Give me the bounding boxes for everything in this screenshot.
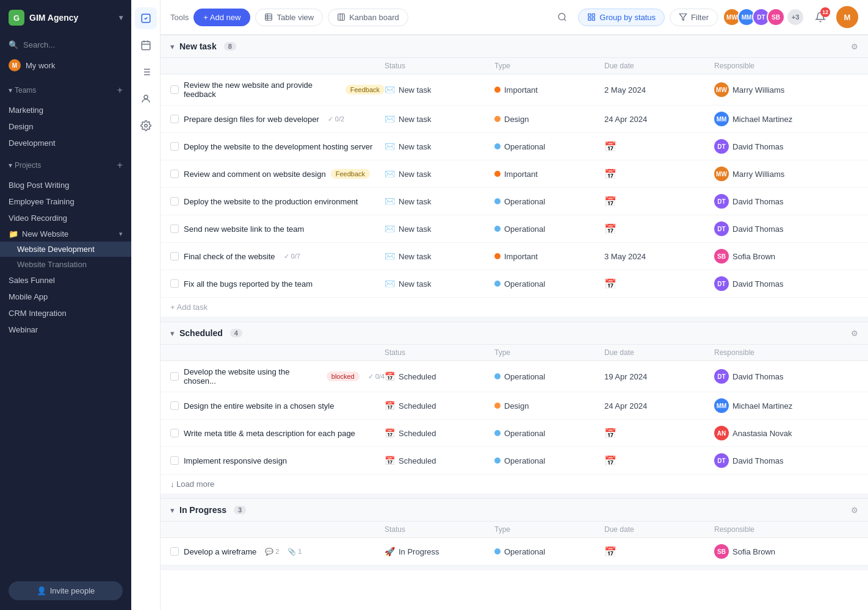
table-view-button[interactable]: Table view (255, 9, 323, 26)
sidebar-item-design[interactable]: Design (0, 118, 131, 135)
sidebar-item-development[interactable]: Development (0, 135, 131, 151)
sidebar-item-employee-training[interactable]: Employee Training (0, 193, 131, 210)
task-row[interactable]: Design the entire website in a chosen st… (161, 392, 868, 420)
kanban-board-label: Kanban board (349, 13, 399, 22)
load-more-row[interactable]: ↓ Load more (161, 475, 868, 493)
task-checkbox[interactable] (170, 429, 179, 437)
calendar-icon: 📅 (604, 141, 617, 152)
task-checkbox[interactable] (170, 197, 179, 206)
task-responsible: DTDavid Thomas (714, 276, 836, 291)
task-row[interactable]: Final check of the website✓ 0/7 ✉️New ta… (161, 243, 868, 270)
type-dot (494, 281, 501, 287)
sidebar-sub-item-website-translation[interactable]: Website Translation (0, 257, 131, 272)
sidebar-teams-section: Teams + (0, 79, 131, 102)
section-settings-icon[interactable]: ⚙ (851, 506, 858, 515)
sidebar-teams-header[interactable]: Teams + (9, 82, 123, 98)
sidebar-item-video-recording[interactable]: Video Recording (0, 210, 131, 226)
task-name-text: Write meta title & meta description for … (184, 429, 355, 438)
col-type: Type (494, 525, 604, 534)
chevron-down-icon: ▾ (119, 230, 123, 238)
nav-user-icon[interactable] (135, 88, 157, 110)
sidebar-item-webinar[interactable]: Webinar (0, 321, 131, 338)
task-checkbox[interactable] (170, 115, 179, 123)
search-button[interactable] (551, 6, 573, 28)
task-checkbox[interactable] (170, 547, 179, 556)
app-dropdown-icon[interactable]: ▾ (119, 13, 123, 22)
sidebar-search[interactable]: 🔍 Search... (0, 35, 131, 54)
svg-marker-26 (679, 14, 687, 21)
section-toggle-new-task[interactable] (170, 42, 175, 51)
sidebar-item-blog-post-writing[interactable]: Blog Post Writing (0, 177, 131, 193)
task-row[interactable]: Develop a wireframe💬2📎1 🚀In Progress Ope… (161, 538, 868, 565)
add-new-button[interactable]: + Add new (193, 9, 250, 26)
task-row[interactable]: Develop the website using the chosen...b… (161, 361, 868, 392)
task-row[interactable]: Send new website link to the team ✉️New … (161, 215, 868, 243)
invite-people-button[interactable]: 👤 Invite people (9, 581, 123, 600)
sidebar-item-mobile-app[interactable]: Mobile App (0, 289, 131, 305)
task-row[interactable]: Implement responsive design 📅Scheduled O… (161, 447, 868, 475)
task-row[interactable]: Write meta title & meta description for … (161, 420, 868, 447)
teams-add-icon[interactable]: + (117, 85, 123, 96)
sidebar-item-marketing[interactable]: Marketing (0, 102, 131, 118)
section-settings-icon[interactable]: ⚙ (851, 42, 858, 51)
sidebar: G GIM Agency ▾ 🔍 Search... M My work Tea… (0, 0, 131, 610)
notification-button[interactable]: 12 (809, 6, 831, 28)
type-dot (494, 253, 501, 259)
sidebar-item-crm-integration[interactable]: CRM Integration (0, 305, 131, 321)
responsible-name: David Thomas (732, 224, 784, 234)
app-header[interactable]: G GIM Agency ▾ (0, 0, 131, 35)
sidebar-projects-header[interactable]: Projects + (9, 157, 123, 173)
task-row[interactable]: Deploy the website to the production env… (161, 188, 868, 215)
col-due: Due date (604, 525, 714, 534)
task-row[interactable]: Review the new website and provide feedb… (161, 74, 868, 106)
sidebar-sub-item-website-development[interactable]: Website Development (0, 242, 131, 257)
avatar-sb[interactable]: SB (767, 8, 785, 26)
section-toggle-in-progress[interactable] (170, 506, 175, 515)
task-checkbox[interactable] (170, 279, 179, 288)
col-task-name (170, 62, 385, 70)
nav-tasks-icon[interactable] (135, 7, 157, 29)
status-text: Scheduled (399, 429, 436, 438)
task-row[interactable]: Fix all the bugs reported by the team ✉️… (161, 270, 868, 298)
task-type: Operational (494, 142, 604, 151)
task-checkbox[interactable] (170, 401, 179, 410)
user-avatar[interactable]: M (836, 6, 858, 28)
nav-calendar-icon[interactable] (135, 34, 157, 56)
task-row[interactable]: Review and comment on website designFeed… (161, 160, 868, 188)
nav-settings-icon[interactable] (135, 115, 157, 137)
task-checkbox[interactable] (170, 142, 179, 151)
calendar-icon: 📅 (604, 455, 617, 467)
sidebar-teams-label: Teams (9, 86, 36, 95)
task-checkbox[interactable] (170, 170, 179, 178)
sidebar-my-work[interactable]: M My work (0, 54, 131, 76)
section-toggle-scheduled[interactable] (170, 329, 175, 338)
task-row[interactable]: Prepare design files for web developer✓ … (161, 106, 868, 133)
section-settings-icon[interactable]: ⚙ (851, 329, 858, 338)
app-logo: G (9, 10, 24, 26)
task-checkbox[interactable] (170, 224, 179, 233)
task-name-cell: Design the entire website in a chosen st… (170, 401, 385, 411)
filter-button[interactable]: Filter (670, 9, 718, 26)
sidebar-item-new-website[interactable]: 📁New Website▾ (0, 226, 131, 242)
task-checkbox[interactable] (170, 372, 179, 381)
add-task-row[interactable]: + Add task (161, 298, 868, 317)
task-checkbox[interactable] (170, 456, 179, 465)
task-name-cell: Final check of the website✓ 0/7 (170, 252, 385, 261)
task-checkbox[interactable] (170, 85, 179, 94)
task-name-cell: Deploy the website to the development ho… (170, 142, 385, 151)
svg-point-11 (144, 95, 148, 99)
task-type: Operational (494, 197, 604, 206)
kanban-board-button[interactable]: Kanban board (328, 9, 408, 26)
status-icon: ✉️ (385, 85, 395, 95)
status-icon: 📅 (385, 456, 395, 465)
sidebar-item-sales-funnel[interactable]: Sales Funnel (0, 272, 131, 289)
group-by-status-button[interactable]: Group by status (578, 9, 665, 26)
type-text: Important (504, 252, 538, 261)
task-name-cell: Develop the website using the chosen...b… (170, 367, 385, 386)
task-row[interactable]: Deploy the website to the development ho… (161, 133, 868, 160)
task-checkbox[interactable] (170, 252, 179, 260)
type-text: Important (504, 85, 538, 95)
type-dot (494, 116, 501, 122)
projects-add-icon[interactable]: + (117, 160, 123, 171)
nav-list-icon[interactable] (135, 61, 157, 83)
